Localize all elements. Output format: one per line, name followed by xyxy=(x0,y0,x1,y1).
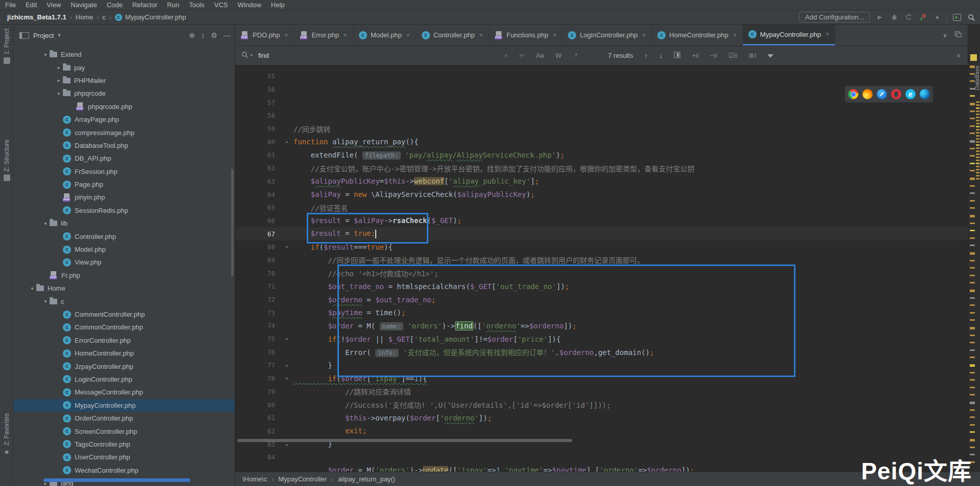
edge-icon[interactable] xyxy=(920,89,930,99)
tree-item-usercontroller-php[interactable]: cUserController.php xyxy=(13,451,235,463)
tree-item-extend[interactable]: ▾Extend xyxy=(13,48,235,61)
tree-item-mypaycontroller-php[interactable]: cMypayController.php xyxy=(13,399,235,412)
project-panel-title[interactable]: Project xyxy=(33,32,54,39)
editor-horizontal-scrollbar[interactable] xyxy=(237,439,572,442)
whole-words-toggle[interactable]: W xyxy=(555,52,561,59)
filter-results-icon[interactable]: ≣I xyxy=(748,52,756,59)
firefox-icon[interactable] xyxy=(862,89,873,99)
tab-mypaycontroller-php[interactable]: cMypayController.php× xyxy=(743,25,835,46)
tree-item-wechatcontroller-php[interactable]: cWechatController.php xyxy=(13,464,235,477)
filter-funnel-icon[interactable] xyxy=(767,52,773,59)
previous-occurrence-icon[interactable]: ↑ xyxy=(644,52,648,60)
menu-item-window[interactable]: Window xyxy=(238,1,261,9)
tree-item-screencontroller-php[interactable]: cScreenController.php xyxy=(13,425,235,437)
tab-error-php[interactable]: Error.php× xyxy=(294,25,354,46)
tree-chevron-open-icon[interactable]: ▾ xyxy=(41,52,50,57)
tree-item-homecontroller-php[interactable]: cHomeController.php xyxy=(13,347,235,360)
tree-item-controller-php[interactable]: cController.php xyxy=(13,230,235,242)
tab-homecontroller-php[interactable]: cHomeController.php× xyxy=(652,25,743,46)
run-anything-icon[interactable] xyxy=(952,13,962,22)
debug-icon[interactable] xyxy=(890,13,899,22)
menu-item-vcs[interactable]: VCS xyxy=(214,1,228,9)
tree-item-commentcontroller-php[interactable]: cCommentController.php xyxy=(13,308,235,321)
menu-item-view[interactable]: View xyxy=(47,1,61,9)
tool-button-database[interactable]: DataBase xyxy=(974,65,980,90)
menu-item-edit[interactable]: Edit xyxy=(26,1,37,9)
tree-item-errorcontroller-php[interactable]: cErrorController.php xyxy=(13,334,235,347)
nav-crumb-file[interactable]: MypayController.php xyxy=(125,13,186,21)
tree-item-db_api-php[interactable]: cDB_API.php xyxy=(13,152,235,165)
hide-panel-icon[interactable]: — xyxy=(223,31,231,39)
match-case-toggle[interactable]: Aa xyxy=(536,52,544,59)
clear-search-icon[interactable]: × xyxy=(504,52,508,59)
next-occurrence-icon[interactable]: ↓ xyxy=(659,52,663,60)
menu-item-help[interactable]: Help xyxy=(271,1,285,9)
select-all-occurrences-icon[interactable]: ☑II xyxy=(728,52,738,59)
close-tab-icon[interactable]: × xyxy=(733,32,737,39)
close-tab-icon[interactable]: × xyxy=(826,31,829,38)
tree-item-commoncontroller-php[interactable]: cCommonController.php xyxy=(13,321,235,334)
chevron-down-icon[interactable]: ∨ xyxy=(943,32,947,39)
profiler-icon[interactable] xyxy=(918,13,927,22)
tree-item-view-php[interactable]: cView.php xyxy=(13,256,235,269)
tree-chevron-closed-icon[interactable]: ▸ xyxy=(55,78,63,83)
close-tab-icon[interactable]: × xyxy=(642,32,646,39)
collapse-all-icon[interactable]: ↕ xyxy=(201,31,204,39)
close-tab-icon[interactable]: × xyxy=(406,32,410,39)
new-line-icon[interactable]: ↵ xyxy=(519,52,525,59)
chrome-icon[interactable] xyxy=(848,89,858,99)
status-breadcrumb-1[interactable]: MypayController xyxy=(278,475,327,483)
tab-logincontroller-php[interactable]: cLoginController.php× xyxy=(562,25,652,46)
fold-down-icon[interactable]: ▾ xyxy=(280,244,293,250)
tab-model-php[interactable]: cModel.php× xyxy=(353,25,416,46)
menu-item-navigate[interactable]: Navigate xyxy=(71,1,97,9)
tree-item-phpqrcode[interactable]: ▾phpqrcode xyxy=(13,87,235,100)
menu-item-run[interactable]: Run xyxy=(167,1,179,9)
tree-item-ordercontroller-php[interactable]: cOrderController.php xyxy=(13,412,235,425)
regex-toggle[interactable]: .* xyxy=(573,52,578,59)
close-find-bar-icon[interactable]: × xyxy=(956,52,961,60)
nav-crumb-c[interactable]: c xyxy=(102,13,106,21)
tree-item-c[interactable]: ▾c xyxy=(13,295,235,307)
tree-item-pinyin-php[interactable]: pinyin.php xyxy=(13,191,235,204)
tree-item-databasetool-php[interactable]: cDatabaseTool.php xyxy=(13,139,235,152)
coverage-icon[interactable] xyxy=(904,13,913,22)
tree-item-lib[interactable]: ▾lib xyxy=(13,217,235,230)
nav-project-name[interactable]: jizhicms_Beta1.7.1 xyxy=(7,13,66,21)
add-occurrence-icon[interactable]: +II xyxy=(692,52,699,59)
tree-item-compressimage-php[interactable]: ccompressimage.php xyxy=(13,126,235,139)
tool-button-structure[interactable]: Z: Structure xyxy=(0,140,13,181)
search-history-caret-icon[interactable]: ▼ xyxy=(249,53,254,58)
open-in-find-window-icon[interactable] xyxy=(674,52,680,60)
run-icon[interactable]: ▶ xyxy=(875,13,884,22)
tree-item-page-php[interactable]: cPage.php xyxy=(13,178,235,191)
search-everywhere-icon[interactable] xyxy=(967,13,976,22)
menu-item-tools[interactable]: Tools xyxy=(189,1,204,9)
find-query-text[interactable]: find xyxy=(258,52,269,59)
tree-item-phpmailer[interactable]: ▸PHPMailer xyxy=(13,74,235,87)
fold-down-icon[interactable]: ▾ xyxy=(280,139,293,145)
tree-chevron-open-icon[interactable]: ▾ xyxy=(28,286,36,291)
tool-button-favorites[interactable]: 2: Favorites ★ xyxy=(0,413,13,456)
ie-icon[interactable]: e xyxy=(905,89,916,99)
run-configuration-button[interactable]: Add Configuration... xyxy=(799,12,870,23)
tab-functions-php[interactable]: Functions.php× xyxy=(489,25,563,46)
close-tab-icon[interactable]: × xyxy=(284,32,288,39)
tree-item-pay[interactable]: ▸pay xyxy=(13,61,235,74)
menu-item-code[interactable]: Code xyxy=(107,1,123,9)
project-tree-horizontal-scrollbar[interactable] xyxy=(43,478,190,482)
nav-crumb-home[interactable]: Home xyxy=(76,13,94,21)
close-tab-icon[interactable]: × xyxy=(553,32,556,39)
tree-item-frsession-php[interactable]: cFrSession.php xyxy=(13,165,235,178)
stop-icon[interactable]: ■ xyxy=(932,13,942,22)
tree-item-fr-php[interactable]: Fr.php xyxy=(13,269,235,282)
tree-item-arraypage-php[interactable]: cArrayPage.php xyxy=(13,113,235,126)
menu-item-refactor[interactable]: Refactor xyxy=(132,1,157,9)
project-panel-scrollbar[interactable] xyxy=(231,169,234,276)
tree-chevron-closed-icon[interactable]: ▸ xyxy=(55,65,63,70)
tree-chevron-open-icon[interactable]: ▾ xyxy=(41,299,50,304)
fold-up-icon[interactable]: ▴ xyxy=(280,441,293,447)
gear-icon[interactable]: ⚙ xyxy=(211,31,217,39)
tree-chevron-open-icon[interactable]: ▾ xyxy=(55,91,63,96)
fold-down-icon[interactable]: ▾ xyxy=(280,336,293,342)
